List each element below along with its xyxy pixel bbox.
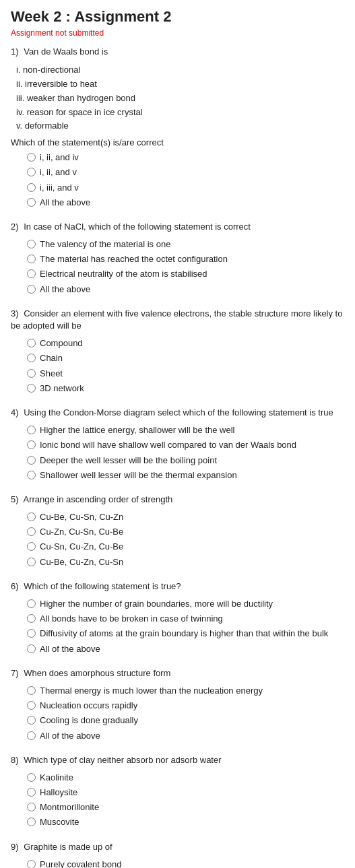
question-number: 9) [11,841,19,853]
question-number: 1) [11,46,19,58]
question-8-option-1[interactable]: Kaolinite [27,772,344,784]
question-number: 5) [11,494,19,506]
question-5-text: 5) Arrange in ascending order of strengt… [11,494,344,506]
question-number: 6) [11,580,19,593]
question-1-radio-2[interactable] [27,168,36,176]
question-9-option-1[interactable]: Purely covalent bond [27,859,344,868]
question-7-option-2-label: Nucleation occurs rapidly [40,700,137,712]
question-8-option-3[interactable]: Montmorillonite [27,801,344,813]
question-6-radio-1[interactable] [27,599,36,608]
question-number: 2) [11,221,19,233]
question-4-option-3[interactable]: Deeper the well lesser will be the boili… [27,455,344,467]
question-5: 5) Arrange in ascending order of strengt… [11,494,344,568]
question-1-radio-4[interactable] [27,198,36,207]
question-8-option-2[interactable]: Halloysite [27,787,344,799]
page-title: Week 2 : Assignment 2 [11,8,344,26]
question-8-option-1-label: Kaolinite [40,772,73,784]
question-4-option-2-label: Ionic bond will have shallow well compar… [40,439,296,451]
question-5-radio-3[interactable] [27,542,36,551]
question-7-radio-3[interactable] [27,716,36,725]
question-2-option-3-label: Electrical neutrality of the atom is sta… [40,268,207,280]
question-4-text: 4) Using the Condon-Morse diagram select… [11,407,344,419]
question-8-option-4[interactable]: Muscovite [27,816,344,828]
question-1-option-1[interactable]: i, ii, and iv [27,152,344,164]
question-8: 8) Which type of clay neither absorb nor… [11,754,344,829]
question-2-radio-3[interactable] [27,269,36,278]
question-4-option-4[interactable]: Shallower well lesser will be the therma… [27,469,344,481]
question-6-option-3[interactable]: Diffusivity of atoms at the grain bounda… [27,628,344,640]
question-number: 8) [11,754,19,766]
question-6-option-4-label: All of the above [40,643,100,655]
question-3-option-2[interactable]: Chain [27,352,344,364]
question-1-option-2[interactable]: i, ii, and v [27,166,344,178]
question-6-radio-4[interactable] [27,644,36,653]
question-4-option-1[interactable]: Higher the lattice energy, shallower wil… [27,424,344,436]
statement-item: iii. weaker than hydrogen bond [16,92,344,106]
question-1-option-4[interactable]: All the above [27,197,344,209]
question-2-radio-4[interactable] [27,285,36,294]
question-2-option-2[interactable]: The material has reached the octet confi… [27,253,344,265]
question-7-radio-1[interactable] [27,686,36,695]
question-6-option-2-label: All bonds have to be broken in case of t… [40,613,223,625]
question-6-text: 6) Which of the following statement is t… [11,580,344,593]
question-number: 4) [11,407,19,419]
question-5-radio-2[interactable] [27,527,36,536]
question-7-option-3-label: Cooling is done gradually [40,714,138,727]
question-6-radio-3[interactable] [27,629,36,638]
question-4-radio-3[interactable] [27,456,36,465]
question-7-radio-4[interactable] [27,731,36,740]
question-1-option-3-label: i, iii, and v [40,182,79,194]
question-2-radio-1[interactable] [27,240,36,248]
question-3-radio-4[interactable] [27,384,36,393]
question-1-radio-3[interactable] [27,183,36,192]
question-7-option-4[interactable]: All of the above [27,730,344,742]
question-7-text: 7) When does amorphous structure form [11,667,344,679]
question-5-radio-4[interactable] [27,558,36,566]
question-8-radio-2[interactable] [27,788,36,797]
question-2-option-3[interactable]: Electrical neutrality of the atom is sta… [27,268,344,280]
question-3-option-1[interactable]: Compound [27,337,344,349]
question-1-statements: i. non-directionalii. irreversible to he… [16,63,344,133]
question-7-option-2[interactable]: Nucleation occurs rapidly [27,700,344,712]
question-4-option-2[interactable]: Ionic bond will have shallow well compar… [27,439,344,451]
question-8-radio-1[interactable] [27,773,36,782]
question-6-option-2[interactable]: All bonds have to be broken in case of t… [27,613,344,625]
question-4-radio-2[interactable] [27,440,36,449]
question-8-radio-3[interactable] [27,803,36,811]
question-6-radio-2[interactable] [27,614,36,623]
question-4-option-3-label: Deeper the well lesser will be the boili… [40,455,217,467]
question-6-option-4[interactable]: All of the above [27,643,344,655]
question-2-option-1[interactable]: The valency of the material is one [27,238,344,251]
question-1-radio-1[interactable] [27,153,36,162]
question-7-option-1[interactable]: Thermal energy is much lower than the nu… [27,685,344,697]
question-1-option-3[interactable]: i, iii, and v [27,182,344,194]
question-7-radio-2[interactable] [27,701,36,710]
question-7-option-1-label: Thermal energy is much lower than the nu… [40,685,263,697]
question-5-option-2[interactable]: Cu-Zn, Cu-Sn, Cu-Be [27,526,344,538]
question-5-option-3[interactable]: Cu-Sn, Cu-Zn, Cu-Be [27,541,344,553]
question-3-radio-2[interactable] [27,354,36,362]
question-4-radio-4[interactable] [27,471,36,479]
question-6-option-1[interactable]: Higher the number of grain boundaries, m… [27,598,344,610]
question-3-option-4-label: 3D network [40,382,84,395]
statement-item: i. non-directional [16,63,344,77]
question-8-radio-4[interactable] [27,817,36,826]
question-5-option-4[interactable]: Cu-Be, Cu-Zn, Cu-Sn [27,556,344,568]
question-3-radio-3[interactable] [27,369,36,378]
question-3-option-3[interactable]: Sheet [27,368,344,380]
question-7-option-3[interactable]: Cooling is done gradually [27,714,344,727]
question-6: 6) Which of the following statement is t… [11,580,344,655]
question-5-option-1[interactable]: Cu-Be, Cu-Sn, Cu-Zn [27,511,344,523]
question-3-radio-1[interactable] [27,339,36,347]
question-3-option-4[interactable]: 3D network [27,382,344,395]
question-5-option-3-label: Cu-Sn, Cu-Zn, Cu-Be [40,541,123,553]
question-9-radio-1[interactable] [27,860,36,868]
question-2-radio-2[interactable] [27,255,36,263]
question-8-option-3-label: Montmorillonite [40,801,99,813]
question-2-option-4[interactable]: All the above [27,283,344,296]
question-1: 1) Van de Waals bond isi. non-directiona… [11,46,344,209]
question-4-option-4-label: Shallower well lesser will be the therma… [40,469,237,481]
question-4-radio-1[interactable] [27,426,36,434]
question-5-radio-1[interactable] [27,512,36,521]
statement-item: ii. irreversible to heat [16,77,344,92]
